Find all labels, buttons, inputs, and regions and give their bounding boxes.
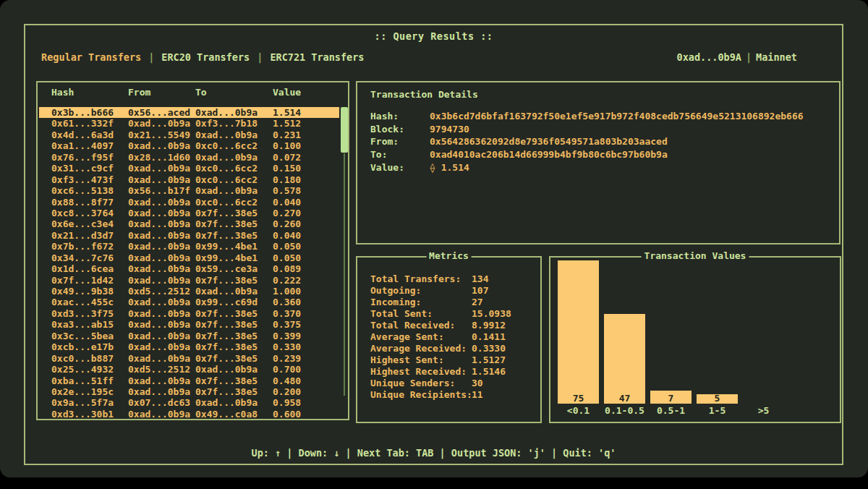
table-row[interactable]: 0xa3...ab150xad...0b9a0x7f...38e50.375 <box>39 319 339 330</box>
cell-value: 0.480 <box>273 375 339 386</box>
cell-value: 0.260 <box>273 218 339 229</box>
table-row[interactable]: 0x34...7c760xad...0b9a0x99...4be10.050 <box>39 252 339 263</box>
tab-regular-transfers[interactable]: Regular Transfers <box>41 51 141 63</box>
bar-category-label: >5 <box>739 405 788 416</box>
cell-hash: 0xac...455c <box>51 297 128 307</box>
metric-row: Highest Received:1.5146 <box>370 366 511 378</box>
cell-from: 0xad...0b9a <box>128 341 195 352</box>
table-row[interactable]: 0xba...51ff0xad...0b9a0x7f...38e50.480 <box>39 375 339 386</box>
cell-from: 0xad...0b9a <box>128 409 195 420</box>
table-row[interactable]: 0x3c...5bea0xad...0b9a0x7f...38e50.399 <box>39 331 339 341</box>
metric-value: 27 <box>472 297 483 308</box>
table-row[interactable]: 0x25...49320xd5...25120xad...0b9a0.700 <box>39 364 339 375</box>
cell-hash: 0x34...7c76 <box>51 252 128 263</box>
detail-value: 0x564286362092d8e7936f0549571a803b203aac… <box>430 135 668 148</box>
tab-erc20-transfers[interactable]: ERC20 Transfers <box>161 51 250 63</box>
detail-row: Hash:0x3b6cd7d6bfaf163792f50e1ef5e917b97… <box>370 110 804 123</box>
cell-to: 0xad...0b9a <box>195 364 273 375</box>
table-row[interactable]: 0x2e...195c0xad...0b9a0x7f...38e50.200 <box>39 386 339 397</box>
metric-label: Total Sent: <box>370 308 472 320</box>
cell-value: 0.270 <box>273 208 339 218</box>
keybinding-help: Up: ↑ | Down: ↓ | Next Tab: TAB | Output… <box>25 447 842 459</box>
table-row[interactable]: 0xd3...30b10xad...0b9a0x49...c0a80.600 <box>39 409 339 420</box>
detail-value: 0x3b6cd7d6bfaf163792f50e1ef5e917b972f408… <box>430 110 804 123</box>
cell-hash: 0x1d...6cea <box>51 263 128 274</box>
table-row[interactable]: 0xcb...e17b0xad...0b9a0x7f...38e50.330 <box>39 341 339 352</box>
table-row[interactable]: 0x7f...1d420xad...0b9a0x7f...38e50.222 <box>39 275 339 286</box>
table-row[interactable]: 0x9a...5f7a0x07...dc630xad...0b9a0.958 <box>39 397 339 408</box>
metric-label: Unique Senders: <box>370 378 472 389</box>
cell-to: 0x49...c0a8 <box>195 409 273 420</box>
metric-label: Total Received: <box>370 320 472 331</box>
metrics-title: Metrics <box>426 250 472 261</box>
cell-value: 0.370 <box>273 308 339 319</box>
table-row[interactable]: 0xa1...40970xad...0b9a0xc0...6cc20.100 <box>39 140 339 151</box>
table-row[interactable]: 0xc8...37640xad...0b9a0x7f...38e50.270 <box>39 208 339 218</box>
metric-value: 0.3330 <box>472 343 506 354</box>
table-row[interactable]: 0x31...c9cf0xad...0b9a0xc0...6cc20.150 <box>39 163 339 174</box>
scrollbar-track[interactable] <box>344 153 345 396</box>
cell-from: 0xad...0b9a <box>128 319 195 330</box>
metric-value: 11 <box>472 389 483 401</box>
detail-label: Block: <box>370 123 430 136</box>
bar-category-label: 0.5-1 <box>646 405 696 416</box>
cell-to: 0x7f...38e5 <box>195 353 273 364</box>
cell-value: 0.072 <box>273 152 339 163</box>
cell-to: 0x7f...38e5 <box>195 386 273 397</box>
table-row[interactable]: 0xac...455c0xad...0b9a0x99...c69d0.360 <box>39 297 339 307</box>
cell-from: 0x28...1d60 <box>128 152 195 163</box>
cell-hash: 0x31...c9cf <box>51 163 128 174</box>
column-header-to: To <box>195 87 273 98</box>
table-row[interactable]: 0xc0...b8870xad...0b9a0x7f...38e50.239 <box>39 353 339 364</box>
cell-from: 0xd5...2512 <box>128 286 195 297</box>
tab-separator: | <box>141 51 161 63</box>
metric-label: Incoming: <box>370 297 472 308</box>
cell-from: 0xd5...2512 <box>128 364 195 375</box>
cell-from: 0xad...0b9a <box>128 386 195 397</box>
metrics-panel: Metrics Total Transfers:134Outgoing:107I… <box>356 256 542 423</box>
cell-value: 0.600 <box>273 409 339 420</box>
table-row[interactable]: 0x61...332f0xad...0b9a0xf3...7b181.512 <box>39 118 339 129</box>
table-row[interactable]: 0x1d...6cea0xad...0b9a0x59...ce3a0.089 <box>39 263 339 274</box>
cell-to: 0x99...4be1 <box>195 241 273 252</box>
metric-value: 134 <box>472 273 488 285</box>
scrollbar-thumb[interactable] <box>341 107 348 153</box>
cell-to: 0xad...0b9a <box>195 397 273 408</box>
cell-to: 0xad...0b9a <box>195 185 273 196</box>
table-row[interactable]: 0xf3...473f0xad...0b9a0xc0...6cc20.180 <box>39 174 339 185</box>
table-row[interactable]: 0xc6...51380x56...b17f0xad...0b9a0.578 <box>39 185 339 196</box>
table-row[interactable]: 0x7b...f6720xad...0b9a0x99...4be10.050 <box>39 241 339 252</box>
detail-value: 0xad4010ac206b14d66999b4bf9b80c6bc97b60b… <box>430 148 668 161</box>
table-row[interactable]: 0x49...9b380xd5...25120xad...0b9a1.000 <box>39 286 339 297</box>
metric-label: Unique Recipients: <box>370 389 472 401</box>
terminal-window: :: Query Results :: Regular Transfers|ER… <box>0 0 868 477</box>
cell-from: 0xad...0b9a <box>128 197 195 208</box>
table-row[interactable]: 0x88...8f770xad...0b9a0xc0...6cc20.040 <box>39 197 339 208</box>
table-row[interactable]: 0x4d...6a3d0x21...55490xad...0b9a0.231 <box>39 129 339 140</box>
table-row-selected[interactable]: 0x3b...b6660x56...aced0xad...0b9a1.514 <box>39 107 339 118</box>
cell-to: 0x7f...38e5 <box>195 308 273 319</box>
cell-to: 0x7f...38e5 <box>195 375 273 386</box>
table-row[interactable]: 0x21...d3d70xad...0b9a0x7f...38e50.040 <box>39 230 339 241</box>
table-row[interactable]: 0x76...f95f0x28...1d600xad...0b9a0.072 <box>39 152 339 163</box>
table-row[interactable]: 0xd3...3f750xad...0b9a0x7f...38e50.370 <box>39 308 339 319</box>
cell-value: 1.514 <box>273 107 339 118</box>
transaction-details-panel: Transaction Details Hash:0x3b6cd7d6bfaf1… <box>356 81 841 244</box>
cell-to: 0x59...ce3a <box>195 263 273 274</box>
cell-from: 0xad...0b9a <box>128 230 195 241</box>
cell-value: 0.050 <box>273 252 339 263</box>
cell-value: 0.100 <box>273 140 339 151</box>
cell-hash: 0xd3...30b1 <box>51 409 128 420</box>
cell-value: 0.700 <box>273 364 339 375</box>
metric-row: Highest Sent:1.5127 <box>370 354 511 366</box>
tab-erc721-transfers[interactable]: ERC721 Transfers <box>270 51 364 63</box>
metric-label: Total Transfers: <box>370 273 472 285</box>
cell-hash: 0x25...4932 <box>51 364 128 375</box>
cell-value: 0.375 <box>273 319 339 330</box>
chart-bar <box>558 260 599 404</box>
cell-from: 0xad...0b9a <box>128 263 195 274</box>
cell-hash: 0x6e...c3e4 <box>51 218 128 229</box>
cell-value: 0.089 <box>273 263 339 274</box>
page-title: :: Query Results :: <box>25 30 842 42</box>
table-row[interactable]: 0x6e...c3e40xad...0b9a0x7f...38e50.260 <box>39 218 339 229</box>
